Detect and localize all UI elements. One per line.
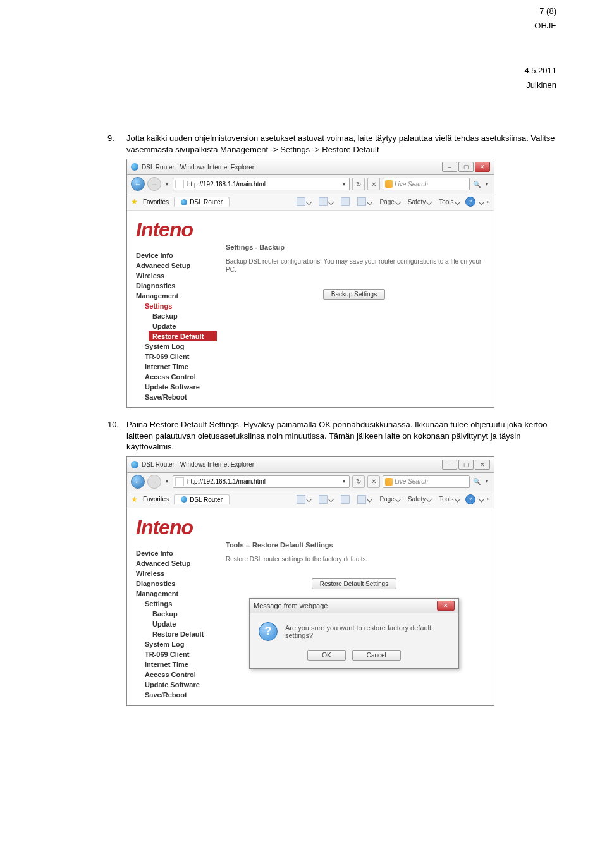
router-page: Inteno Device Info Advanced Setup Wirele…	[127, 211, 494, 407]
refresh-button[interactable]: ↻	[352, 178, 365, 190]
sidebar-item-diagnostics[interactable]: Diagnostics	[136, 578, 209, 589]
nav-dropdown-icon[interactable]: ▾	[164, 479, 170, 485]
mail-button[interactable]	[339, 494, 352, 504]
tab-ie-icon	[181, 199, 187, 205]
dialog-close-button[interactable]: ✕	[437, 601, 455, 611]
favorites-star-icon[interactable]: ★	[131, 495, 138, 504]
feeds-button[interactable]	[317, 197, 335, 207]
tab-title: DSL Router	[190, 496, 223, 503]
back-button[interactable]: ←	[131, 177, 145, 191]
search-box[interactable]: Live Search	[383, 178, 470, 190]
ie-icon	[131, 163, 138, 171]
search-magnifier-icon[interactable]: 🔍	[472, 478, 481, 485]
address-input[interactable]	[186, 179, 341, 189]
sidebar-item-update[interactable]: Update	[136, 321, 209, 331]
dialog-cancel-button[interactable]: Cancel	[352, 650, 401, 661]
chevron-down-icon[interactable]	[478, 496, 484, 503]
favorites-star-icon[interactable]: ★	[131, 197, 138, 206]
help-button[interactable]: ?	[465, 197, 475, 207]
dialog-text: Are you sure you want to restore factory…	[285, 624, 450, 639]
close-button[interactable]: ✕	[475, 162, 490, 172]
print-button[interactable]	[355, 197, 374, 207]
sidebar-item-system-log[interactable]: System Log	[136, 639, 209, 649]
print-button[interactable]	[355, 494, 374, 504]
restore-desc: Restore DSL router settings to the facto…	[226, 555, 482, 563]
sidebar-item-save-reboot[interactable]: Save/Reboot	[136, 392, 209, 402]
sidebar-item-backup[interactable]: Backup	[136, 311, 209, 321]
chevron-down-icon[interactable]	[478, 199, 484, 205]
maximize-button[interactable]: ▢	[458, 162, 474, 172]
home-icon	[297, 197, 305, 206]
home-button[interactable]	[295, 197, 313, 207]
address-dropdown-icon[interactable]: ▾	[341, 479, 347, 485]
tools-menu[interactable]: Tools	[437, 198, 461, 206]
doc-title: OHJE	[107, 21, 556, 30]
page-menu[interactable]: Page	[377, 198, 402, 206]
sidebar-item-system-log[interactable]: System Log	[136, 341, 209, 351]
sidebar-item-advanced[interactable]: Advanced Setup	[136, 260, 209, 271]
sidebar-item-update-software[interactable]: Update Software	[136, 680, 209, 690]
minimize-button[interactable]: –	[442, 460, 457, 470]
stop-button[interactable]: ✕	[367, 475, 380, 488]
address-dropdown-icon[interactable]: ▾	[341, 181, 347, 187]
window-title: DSL Router - Windows Internet Explorer	[142, 164, 442, 171]
refresh-button[interactable]: ↻	[352, 475, 365, 488]
router-sidebar: Inteno Device Info Advanced Setup Wirele…	[127, 211, 214, 407]
sidebar-item-access-control[interactable]: Access Control	[136, 372, 209, 382]
sidebar-item-tr069[interactable]: TR-069 Client	[136, 351, 209, 362]
close-button[interactable]: ✕	[475, 460, 490, 470]
address-bar[interactable]: ▾	[173, 178, 350, 190]
address-bar[interactable]: ▾	[173, 475, 350, 488]
sidebar-item-restore-default[interactable]: Restore Default	[136, 629, 209, 639]
confirm-dialog: Message from webpage ✕ ? Are you sure yo…	[249, 598, 459, 669]
backup-settings-button[interactable]: Backup Settings	[323, 289, 385, 300]
sidebar-item-backup[interactable]: Backup	[136, 609, 209, 619]
minimize-button[interactable]: –	[442, 162, 457, 172]
sidebar-item-settings[interactable]: Settings	[136, 301, 209, 311]
page-icon	[175, 180, 184, 188]
sidebar-item-wireless[interactable]: Wireless	[136, 568, 209, 578]
sidebar-item-access-control[interactable]: Access Control	[136, 669, 209, 680]
sidebar-item-restore-default[interactable]: Restore Default	[149, 331, 217, 341]
tab-title: DSL Router	[190, 199, 223, 205]
search-placeholder: Live Search	[395, 181, 428, 188]
sidebar-item-internet-time[interactable]: Internet Time	[136, 362, 209, 372]
help-button[interactable]: ?	[465, 494, 475, 504]
sidebar-item-internet-time[interactable]: Internet Time	[136, 659, 209, 669]
search-dropdown-icon[interactable]: ▾	[484, 479, 490, 485]
sidebar-item-device-info[interactable]: Device Info	[136, 250, 209, 260]
feeds-button[interactable]	[317, 494, 335, 504]
sidebar-item-tr069[interactable]: TR-069 Client	[136, 649, 209, 659]
tools-menu[interactable]: Tools	[437, 495, 461, 503]
search-magnifier-icon[interactable]: 🔍	[472, 181, 481, 188]
nav-dropdown-icon[interactable]: ▾	[164, 181, 170, 187]
back-button[interactable]: ←	[131, 475, 145, 489]
home-button[interactable]	[295, 494, 313, 504]
sidebar-item-wireless[interactable]: Wireless	[136, 271, 209, 281]
forward-button[interactable]: →	[147, 475, 161, 489]
page-menu[interactable]: Page	[377, 495, 402, 503]
sidebar-item-management[interactable]: Management	[136, 589, 209, 599]
mail-button[interactable]	[339, 197, 352, 207]
search-box[interactable]: Live Search	[383, 475, 470, 488]
sidebar-item-diagnostics[interactable]: Diagnostics	[136, 281, 209, 291]
dialog-ok-button[interactable]: OK	[307, 650, 345, 661]
sidebar-item-update-software[interactable]: Update Software	[136, 382, 209, 392]
forward-button[interactable]: →	[147, 177, 161, 191]
window-title: DSL Router - Windows Internet Explorer	[142, 461, 442, 468]
sidebar-item-advanced[interactable]: Advanced Setup	[136, 558, 209, 568]
sidebar-item-management[interactable]: Management	[136, 291, 209, 301]
search-dropdown-icon[interactable]: ▾	[484, 181, 490, 187]
safety-menu[interactable]: Safety	[406, 198, 433, 206]
sidebar-item-settings[interactable]: Settings	[136, 599, 209, 609]
address-input[interactable]	[186, 477, 341, 487]
sidebar-item-device-info[interactable]: Device Info	[136, 548, 209, 558]
browser-tab[interactable]: DSL Router	[174, 494, 230, 504]
sidebar-item-save-reboot[interactable]: Save/Reboot	[136, 690, 209, 700]
restore-default-button[interactable]: Restore Default Settings	[312, 578, 396, 589]
stop-button[interactable]: ✕	[367, 178, 380, 190]
sidebar-item-update[interactable]: Update	[136, 619, 209, 629]
safety-menu[interactable]: Safety	[406, 495, 433, 503]
maximize-button[interactable]: ▢	[458, 460, 474, 470]
browser-tab[interactable]: DSL Router	[174, 197, 230, 207]
